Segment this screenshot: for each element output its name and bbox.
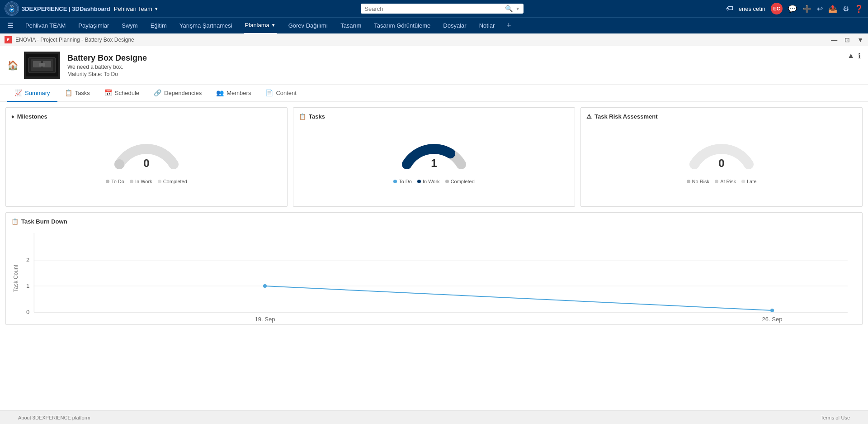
tab-tasks[interactable]: 📋 Tasks: [57, 85, 97, 102]
tasks-card-title: 📋 Tasks: [299, 113, 569, 120]
nav-gorev-dagilimi[interactable]: Görev Dağılımı: [288, 18, 329, 34]
risk-card-title: ⚠ Task Risk Assessment: [586, 113, 857, 120]
nav-notlar[interactable]: Notlar: [478, 18, 496, 34]
minimize-icon[interactable]: —: [831, 36, 837, 43]
tab-dependencies[interactable]: 🔗 Dependencies: [146, 85, 209, 102]
tab-dependencies-label: Dependencies: [164, 90, 202, 96]
burndown-icon: 📋: [11, 218, 19, 225]
svg-text:1: 1: [26, 282, 29, 289]
members-tab-icon: 👥: [216, 89, 224, 96]
tabs-bar: 📈 Summary 📋 Tasks 📅 Schedule 🔗 Dependenc…: [0, 85, 868, 102]
risk-gauge: 0 No Risk At Risk Late: [586, 124, 857, 189]
share-icon[interactable]: ↩: [817, 5, 823, 13]
footer-about[interactable]: About 3DEXPERIENCE platform: [18, 415, 90, 420]
tab-content[interactable]: 📄 Content: [258, 85, 304, 102]
svg-text:26. Sep: 26. Sep: [762, 316, 783, 323]
risk-legend-norisk-dot: [687, 180, 690, 183]
svg-text:0: 0: [26, 309, 29, 315]
svg-point-20: [770, 309, 774, 312]
top-navigation: 3D 3DEXPERIENCE | 3DDashboard Pehlivan T…: [0, 0, 868, 17]
legend-todo-label: To Do: [111, 179, 124, 184]
nav-pehlivan-team[interactable]: Pehlivan TEAM: [24, 18, 66, 34]
tasks-tab-icon: 📋: [65, 89, 72, 96]
help-icon[interactable]: ❓: [854, 5, 863, 13]
user-avatar[interactable]: EC: [771, 3, 783, 14]
nav-yarisma[interactable]: Yarışma Şartnamesi: [179, 18, 233, 34]
legend-completed-dot: [158, 180, 161, 183]
risk-legend: No Risk At Risk Late: [687, 179, 757, 184]
tab-tasks-label: Tasks: [75, 90, 90, 96]
send-icon[interactable]: 📤: [828, 5, 837, 13]
dependencies-tab-icon: 🔗: [154, 89, 161, 96]
tab-members-label: Members: [226, 90, 251, 96]
svg-text:Task Count: Task Count: [13, 264, 19, 292]
tab-summary[interactable]: 📈 Summary: [7, 85, 57, 102]
svg-text:19. Sep: 19. Sep: [255, 316, 275, 323]
nav-tasarim[interactable]: Tasarım: [340, 18, 362, 34]
tasks-gauge-wrapper: 1: [398, 133, 470, 173]
collapse-icon[interactable]: ▼: [857, 36, 863, 43]
burndown-chart: 0 1 2 Task Count 19. Sep 26. Sep: [11, 229, 857, 319]
project-thumbnail: [24, 52, 60, 79]
add-icon[interactable]: ➕: [802, 5, 811, 13]
team-selector[interactable]: Pehlivan Team ▼: [114, 5, 159, 12]
tasks-legend-inwork-dot: [417, 180, 421, 183]
app-logo[interactable]: 3D: [5, 1, 19, 16]
project-header-actions: ▲ ℹ: [847, 52, 861, 60]
legend-todo-dot: [106, 180, 109, 183]
milestones-card: ♦ Milestones 0 To Do: [5, 107, 288, 207]
nav-dosyalar[interactable]: Dosyalar: [442, 18, 467, 34]
nav-planlama[interactable]: Planlama ▼: [244, 18, 277, 34]
breadcrumb-bar: E ENOVIA - Project Planning - Battery Bo…: [0, 33, 868, 46]
content-tab-icon: 📄: [265, 89, 273, 96]
chat-icon[interactable]: 💬: [788, 5, 797, 13]
legend-completed-label: Completed: [163, 179, 187, 184]
nav-paylaşımlar[interactable]: Paylaşımlar: [77, 18, 110, 34]
risk-legend-late-dot: [741, 180, 745, 183]
search-dropdown-icon[interactable]: ▼: [515, 6, 520, 11]
brand-text: 3DEXPERIENCE | 3DDashboard: [22, 5, 110, 12]
milestones-icon: ♦: [11, 113, 14, 120]
tab-content-label: Content: [276, 90, 297, 96]
planlama-chevron-icon: ▼: [271, 23, 276, 28]
tasks-legend-todo: To Do: [393, 179, 412, 184]
nav-tasarim-goruntuleme[interactable]: Tasarım Görüntüleme: [373, 18, 431, 34]
add-tab-icon[interactable]: +: [506, 21, 511, 30]
milestones-gauge-wrapper: 0: [110, 133, 183, 173]
tasks-legend-todo-label: To Do: [399, 179, 412, 184]
info-icon[interactable]: ℹ: [858, 52, 861, 60]
tab-summary-label: Summary: [25, 90, 50, 96]
tab-members[interactable]: 👥 Members: [209, 85, 258, 102]
footer-terms[interactable]: Terms of Use: [821, 415, 850, 420]
cards-row: ♦ Milestones 0 To Do: [5, 107, 863, 207]
tasks-legend-todo-dot: [393, 180, 397, 183]
tasks-legend-inwork: In Work: [417, 179, 440, 184]
search-icon[interactable]: 🔍: [505, 5, 513, 12]
tasks-legend-completed: Completed: [445, 179, 475, 184]
alert-icon[interactable]: ▲: [847, 52, 854, 60]
tools-icon[interactable]: ⚙: [843, 5, 849, 13]
risk-card-icon: ⚠: [586, 113, 592, 120]
nav-egitim[interactable]: Eğitim: [150, 18, 168, 34]
tab-schedule[interactable]: 📅 Schedule: [97, 85, 146, 102]
search-input[interactable]: [364, 5, 502, 12]
tasks-card-icon: 📋: [299, 113, 306, 120]
project-maturity: Maturity State: To Do: [67, 71, 147, 77]
home-icon[interactable]: 🏠: [7, 60, 19, 71]
legend-inwork: In Work: [130, 179, 152, 184]
nav-swym[interactable]: Swym: [121, 18, 138, 34]
tasks-legend-completed-label: Completed: [451, 179, 475, 184]
tasks-legend-completed-dot: [445, 180, 449, 183]
top-nav-right: 🏷 enes cetin EC 💬 ➕ ↩ 📤 ⚙ ❓: [726, 3, 863, 14]
hamburger-icon[interactable]: ☰: [7, 21, 14, 30]
risk-legend-atrisk-dot: [715, 180, 718, 183]
legend-todo: To Do: [106, 179, 124, 184]
tab-schedule-label: Schedule: [115, 90, 139, 96]
tasks-value: 1: [431, 157, 437, 170]
milestones-value: 0: [143, 157, 149, 170]
risk-legend-atrisk: At Risk: [715, 179, 736, 184]
bookmark-icon[interactable]: 🏷: [726, 5, 733, 13]
footer: About 3DEXPERIENCE platform Terms of Use: [0, 410, 868, 424]
expand-icon[interactable]: ⊡: [844, 36, 850, 43]
svg-rect-9: [39, 63, 45, 67]
